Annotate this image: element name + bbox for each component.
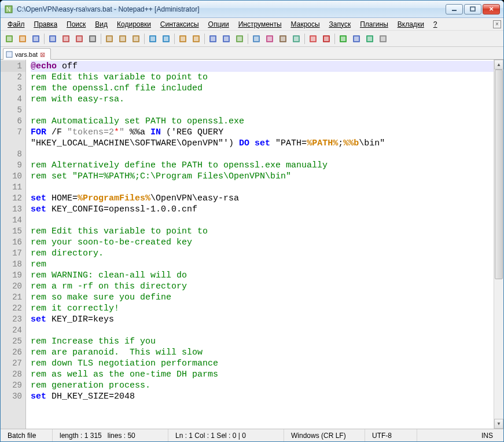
close-all-button[interactable] (73, 32, 86, 45)
new-button[interactable] (3, 32, 16, 45)
code-editor[interactable]: @echo offrem Edit this variable to point… (26, 60, 494, 429)
menu-синтаксисы[interactable]: Синтаксисы (156, 19, 204, 30)
indent-button[interactable] (277, 32, 289, 45)
code-line[interactable]: rem down TLS negotiation performance (31, 358, 494, 369)
lang-button[interactable] (290, 32, 303, 45)
code-line[interactable]: rem directory. (31, 248, 494, 259)
code-line[interactable]: rem your soon-to-be-created key (31, 237, 494, 248)
scroll-up-button[interactable]: ▲ (494, 60, 503, 70)
minimize-button[interactable] (446, 4, 463, 14)
open-button[interactable] (16, 32, 29, 45)
code-line[interactable]: rem Increase this if you (31, 336, 494, 347)
code-line[interactable] (31, 215, 494, 226)
code-line[interactable]: rem Edit this variable to point to (31, 226, 494, 237)
cut-button[interactable] (103, 32, 116, 45)
menu-поиск[interactable]: Поиск (62, 19, 90, 30)
svg-rect-3 (470, 7, 475, 11)
close-button[interactable]: ✕ (483, 4, 500, 14)
code-line[interactable]: rem generation process. (31, 380, 494, 391)
code-line[interactable]: rem WARNING: clean-all will do (31, 270, 494, 281)
save-button[interactable] (30, 32, 42, 45)
code-line[interactable]: rem the openssl.cnf file included (31, 83, 494, 94)
menu-вкладки[interactable]: Вкладки (393, 19, 429, 30)
file-icon (6, 51, 13, 58)
line-number: 9 (1, 160, 25, 171)
menu-запуск[interactable]: Запуск (325, 19, 356, 30)
code-line[interactable] (31, 325, 494, 336)
wrap-button[interactable] (250, 32, 263, 45)
code-line[interactable] (31, 182, 494, 193)
code-line[interactable]: set KEY_CONFIG=openssl-1.0.0.cnf (31, 204, 494, 215)
code-line[interactable]: rem are paranoid. This will slow (31, 347, 494, 358)
play-button[interactable] (337, 32, 350, 45)
line-number: 3 (1, 83, 25, 94)
code-line[interactable]: rem as well as the one-time DH parms (31, 369, 494, 380)
zoom-out-button[interactable] (220, 32, 233, 45)
app-icon: N (4, 5, 13, 14)
sync-button[interactable] (233, 32, 246, 45)
close-button[interactable] (60, 32, 72, 45)
code-line[interactable]: rem set "PATH=%PATH%;C:\Program Files\Op… (31, 171, 494, 182)
menu-?[interactable]: ? (429, 19, 442, 30)
menu-вид[interactable]: Вид (90, 19, 112, 30)
line-number: 16 (1, 237, 25, 248)
menu-close-icon[interactable]: × (493, 20, 501, 28)
menu-плагины[interactable]: Плагины (355, 19, 393, 30)
code-line[interactable]: rem with easy-rsa. (31, 94, 494, 105)
print-button[interactable] (86, 32, 99, 45)
code-line[interactable]: @echo off (31, 61, 494, 72)
code-line[interactable]: set DH_KEY_SIZE=2048 (31, 391, 494, 402)
code-line[interactable]: rem Edit this variable to point to (31, 72, 494, 83)
monitor-button[interactable] (307, 32, 319, 45)
code-line[interactable] (31, 149, 494, 160)
code-line[interactable]: rem a rm -rf on this directory (31, 281, 494, 292)
tab-close-icon[interactable]: ⊠ (40, 51, 47, 58)
record-button[interactable] (320, 32, 333, 45)
code-line[interactable]: rem so make sure you define (31, 292, 494, 303)
playback-button[interactable] (363, 32, 376, 45)
svg-rect-33 (211, 36, 215, 41)
svg-rect-37 (237, 36, 242, 41)
code-line[interactable]: rem (31, 259, 494, 270)
find-button[interactable] (176, 32, 189, 45)
replace-button[interactable] (190, 32, 203, 45)
stop-button[interactable] (350, 32, 363, 45)
menu-инструменты[interactable]: Инструменты (234, 19, 286, 30)
menu-опции[interactable]: Опции (204, 19, 234, 30)
maximize-button[interactable] (464, 4, 481, 14)
menu-правка[interactable]: Правка (30, 19, 62, 30)
scroll-down-button[interactable]: ▼ (494, 419, 503, 429)
line-number: 13 (1, 204, 25, 215)
menu-кодировки[interactable]: Кодировки (112, 19, 156, 30)
copy-button[interactable] (116, 32, 129, 45)
undo-button[interactable] (146, 32, 159, 45)
code-line[interactable]: "HKEY_LOCAL_MACHINE\SOFTWARE\OpenVPN"') … (31, 138, 494, 149)
code-line[interactable]: rem Alternatively define the PATH to ope… (31, 160, 494, 171)
scroll-track[interactable] (494, 70, 503, 419)
titlebar[interactable]: N C:\OpenVPN\easy-rsa\vars.bat - Notepad… (1, 1, 503, 18)
save-all-button[interactable] (46, 32, 59, 45)
status-pos: Ln : 1 Col : 1 Sel : 0 | 0 (168, 429, 284, 441)
code-line[interactable]: set KEY_DIR=keys (31, 314, 494, 325)
code-line[interactable]: rem it correctly! (31, 303, 494, 314)
code-line[interactable] (31, 105, 494, 116)
paste-button[interactable] (130, 32, 142, 45)
window-title: C:\OpenVPN\easy-rsa\vars.bat - Notepad++… (17, 5, 446, 13)
redo-button[interactable] (160, 32, 172, 45)
menu-файл[interactable]: Файл (3, 19, 30, 30)
code-line[interactable]: FOR /F "tokens=2*" %%a IN ('REG QUERY (31, 127, 494, 138)
line-number: 12 (1, 193, 25, 204)
vertical-scrollbar[interactable]: ▲ ▼ (494, 60, 503, 429)
svg-rect-31 (194, 36, 198, 41)
line-number: 19 (1, 270, 25, 281)
code-line[interactable]: set HOME=%ProgramFiles%\OpenVPN\easy-rsa (31, 193, 494, 204)
tab-file[interactable]: vars.bat ⊠ (3, 48, 51, 60)
chars-button[interactable] (263, 32, 276, 45)
menu-макросы[interactable]: Макросы (286, 19, 325, 30)
zoom-in-button[interactable] (207, 32, 219, 45)
code-line[interactable]: rem Automatically set PATH to openssl.ex… (31, 116, 494, 127)
line-number: 2 (1, 72, 25, 83)
scroll-thumb[interactable] (495, 70, 503, 279)
line-number: 1 (1, 61, 25, 72)
prefs-button[interactable] (377, 32, 389, 45)
